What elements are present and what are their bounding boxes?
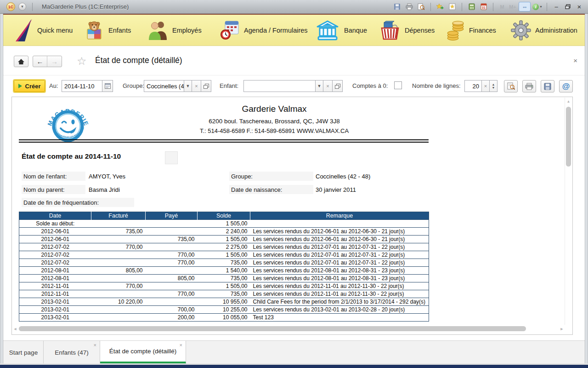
table-cell: 735,00 — [146, 236, 198, 243]
at-sign-icon: @ — [562, 82, 570, 91]
memory-m-plus-icon[interactable]: M+ — [508, 4, 517, 10]
clear-x-icon: × — [484, 83, 487, 89]
horizontal-scrollbar[interactable]: ◄ ► — [12, 325, 565, 332]
groupe-clear-button[interactable]: × — [192, 80, 201, 92]
menu-item-agenda[interactable]: Agenda / Formulaires — [220, 15, 308, 46]
home-button[interactable] — [14, 56, 28, 67]
scroll-right-icon[interactable]: ► — [559, 327, 565, 331]
print-button[interactable] — [522, 80, 536, 92]
groupe-combo-group: Coccinelles (4 ▼ × — [144, 80, 211, 92]
back-button[interactable]: ← — [33, 56, 47, 67]
table-cell: 2012-07-02 — [19, 251, 91, 259]
print-icon[interactable] — [404, 2, 414, 12]
column-header: Solde — [198, 212, 250, 220]
window-bottom-border — [0, 365, 588, 368]
calendar-clock-icon — [220, 20, 240, 41]
vertical-scrollbar[interactable]: ▲ — [565, 98, 572, 325]
close-button[interactable]: × — [574, 2, 584, 12]
menu-item-employes[interactable]: Employés — [148, 15, 202, 46]
enfant-combo-input[interactable] — [243, 80, 316, 92]
create-button[interactable]: Créer — [14, 80, 45, 92]
table-cell: 805,00 — [91, 267, 146, 275]
forward-button[interactable]: → — [47, 56, 62, 67]
groupe-combo-input[interactable]: Coccinelles (4 — [144, 80, 184, 92]
table-cell — [91, 251, 146, 259]
table-cell: Les services rendus du 2012-08-01 au 201… — [250, 267, 429, 275]
menu-item-enfants[interactable]: Enfants — [84, 15, 131, 46]
report-header: Garderie Valmax 6200 boul. Taschereau, B… — [120, 104, 429, 134]
header-double-rule — [19, 139, 429, 143]
tab-enfants[interactable]: Enfants (47) × — [44, 341, 100, 364]
tab-close-icon[interactable]: × — [94, 343, 96, 348]
table-cell: Les services rendus du 2012-07-01 au 201… — [250, 243, 429, 251]
favorites-icon[interactable] — [447, 2, 458, 12]
table-cell: 2013-02-01 — [19, 298, 91, 306]
tab-etat-de-compte[interactable]: État de compte (détaillé) × — [100, 341, 186, 364]
calendar-icon[interactable]: 31 — [478, 2, 489, 12]
group-label: Groupe: — [229, 172, 313, 181]
lignes-clear-button[interactable]: × — [481, 80, 490, 92]
table-row: 2012-11-01770,001 505,00Les services ren… — [19, 282, 429, 290]
vertical-scrollbar-thumb[interactable] — [566, 107, 571, 167]
menu-item-label: Quick menu — [37, 27, 73, 34]
groupe-dropdown-button[interactable]: ▼ — [184, 80, 192, 92]
groupe-label: Groupe: — [123, 82, 144, 89]
menu-item-label: Finances — [469, 27, 496, 34]
info-icon[interactable]: i ▾ — [532, 2, 543, 12]
comptes-a-zero-checkbox[interactable] — [394, 81, 402, 89]
horizontal-scrollbar-thumb[interactable] — [19, 326, 526, 331]
menu-item-finances[interactable]: Finances — [447, 15, 496, 46]
calculator-icon[interactable] — [466, 2, 477, 12]
table-cell — [146, 228, 198, 236]
date-picker-button[interactable] — [102, 80, 113, 92]
preview-button[interactable] — [504, 80, 518, 92]
lignes-input[interactable]: 20 — [464, 80, 482, 92]
table-cell: 735,00 — [198, 259, 250, 267]
email-button[interactable]: @ — [559, 80, 573, 92]
menu-item-label: Dépenses — [405, 27, 435, 34]
save-button[interactable] — [541, 80, 554, 92]
comptes-a-zero-label: Comptes à 0: — [352, 82, 388, 89]
tab-start-page[interactable]: Start page — [4, 341, 44, 364]
table-cell — [91, 236, 146, 243]
enfant-open-button[interactable] — [332, 80, 343, 92]
system-menu-dropdown-icon[interactable]: ▼ — [18, 3, 26, 11]
scroll-left-icon[interactable]: ◄ — [12, 327, 18, 331]
form-close-icon[interactable]: × — [573, 57, 577, 64]
minimize-button[interactable]: – — [551, 2, 561, 12]
1c-app-icon[interactable]: 1C — [6, 2, 15, 11]
restore-button[interactable] — [563, 2, 573, 12]
groupe-open-button[interactable] — [201, 80, 211, 92]
add-favorite-icon[interactable] — [435, 2, 446, 12]
menu-item-depenses[interactable]: Dépenses — [379, 15, 435, 46]
save-icon[interactable] — [392, 2, 402, 12]
table-cell: 2012-06-01 — [19, 236, 91, 243]
enfant-clear-button[interactable]: × — [323, 80, 333, 92]
table-cell: 1 505,00 — [198, 282, 250, 290]
memory-m-icon[interactable]: M — [498, 4, 507, 10]
birthdate-label: Date de naissance: — [229, 185, 313, 194]
company-contact: T.: 514-458-6589 F.: 514-589-65891 WWW.V… — [120, 127, 429, 134]
menu-item-banque[interactable]: Banque — [315, 15, 367, 46]
table-cell: Les services rendus du 2012-11-01 au 201… — [250, 290, 429, 298]
enfant-dropdown-button[interactable]: ▼ — [315, 80, 323, 92]
date-input[interactable]: 2014-11-10 — [62, 80, 102, 92]
menu-item-administration[interactable]: Administration — [511, 15, 577, 46]
table-cell: 2 275,00 — [198, 243, 250, 251]
column-header: Facturé — [91, 212, 146, 220]
scroll-up-icon[interactable]: ▲ — [565, 98, 572, 104]
print-preview-icon[interactable] — [416, 2, 426, 12]
menu-item-quick-menu[interactable]: Quick menu — [12, 15, 73, 46]
table-row: 2012-07-02770,001 505,00Les services ren… — [19, 251, 429, 259]
table-row: 2012-06-01735,001 505,00Les services ren… — [19, 236, 429, 243]
lignes-spinner[interactable]: ▲▼ — [489, 80, 498, 92]
table-cell — [91, 314, 146, 322]
tab-close-icon[interactable]: × — [180, 343, 182, 348]
favorite-star-icon[interactable]: ☆ — [77, 55, 87, 67]
tab-label: Start page — [9, 349, 38, 356]
enfant-combo-group: ▼ × — [243, 80, 343, 92]
statement-table-body: Solde au début:1 505,002012-06-01735,002… — [19, 220, 429, 322]
table-cell — [250, 220, 429, 228]
window-mode-icon[interactable]: ⇔ — [519, 2, 531, 12]
menu-item-label: Employés — [172, 27, 202, 34]
